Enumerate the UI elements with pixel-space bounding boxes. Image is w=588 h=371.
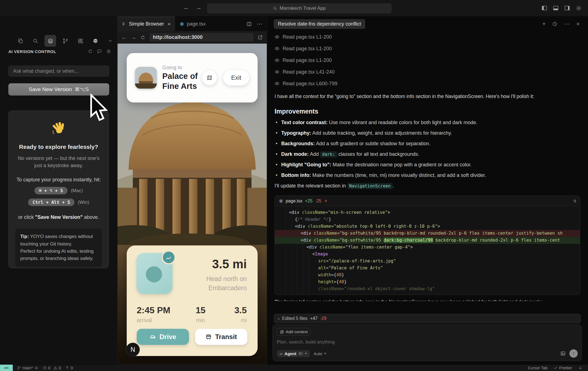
- code-line: <div className="bg-softwhite/95 backdrop…: [275, 230, 580, 237]
- chat-close-icon[interactable]: ×: [576, 21, 580, 27]
- nextjs-dev-badge[interactable]: N: [126, 343, 140, 357]
- code-line: <Image: [275, 251, 580, 258]
- browser-reload-icon[interactable]: [140, 35, 145, 40]
- list-item: Bottom info: Make the numbers (time, min…: [275, 172, 580, 178]
- assistant-intro: I have all the context for the "going to…: [275, 93, 580, 100]
- command-center-search[interactable]: Marrakech Travel App: [207, 3, 392, 13]
- code-line: height={48}: [275, 279, 580, 285]
- panel-settings-gear-icon[interactable]: [106, 49, 111, 54]
- direction-text: Head north on Embarcadero: [206, 274, 247, 293]
- chevron-right-icon: ›: [278, 316, 280, 322]
- read-item[interactable]: Read page.tsx L1-200: [275, 54, 580, 66]
- send-button[interactable]: ↑: [569, 349, 578, 358]
- read-item[interactable]: Read page.tsx L41-240: [275, 66, 580, 78]
- code-lines: <div className="min-h-screen relative">{…: [275, 206, 580, 295]
- refresh-icon[interactable]: [88, 49, 93, 54]
- history-back-button[interactable]: ←: [183, 4, 190, 11]
- toggle-panel-icon[interactable]: [552, 5, 559, 11]
- list-item: Text color contrast: Use more vibrant an…: [275, 120, 580, 126]
- url-input[interactable]: http://localhost:3000: [150, 33, 253, 42]
- chevron-down-icon: [305, 353, 307, 354]
- stat-arrival: 2:45 PM arrival: [137, 305, 170, 324]
- drive-button[interactable]: Drive: [137, 329, 189, 345]
- status-bar: >< main* 0 0 0 Cursor Tab Prettier: [0, 364, 588, 371]
- explorer-icon[interactable]: [14, 35, 26, 47]
- browser-globe-icon[interactable]: [89, 35, 101, 47]
- split-editor-icon[interactable]: [246, 21, 252, 27]
- tab-simple-browser[interactable]: Simple Browser ×: [118, 17, 175, 31]
- formatter-item[interactable]: Prettier: [554, 366, 572, 370]
- mac-shortcut-pill: ⌘ + ⌥ + S: [34, 187, 68, 194]
- win-label: (Win): [78, 200, 89, 205]
- edited-files-bar[interactable]: › Edited 5 files +47 -29: [274, 314, 581, 323]
- source-control-icon[interactable]: [59, 35, 71, 47]
- toggle-sidebar-icon[interactable]: [541, 5, 548, 11]
- code-close-icon[interactable]: ×: [325, 198, 327, 204]
- ports-item[interactable]: 0: [65, 366, 73, 370]
- browser-back-icon[interactable]: ←: [121, 34, 127, 41]
- model-selector[interactable]: Auto: [314, 351, 326, 356]
- git-branch-item[interactable]: main*: [17, 366, 38, 370]
- tab-close-icon[interactable]: ×: [168, 21, 171, 27]
- location-dot: [146, 266, 162, 282]
- diff-removed-count: -25: [315, 199, 322, 204]
- chat-title[interactable]: Resolve date-fns dependency conflict: [274, 19, 365, 29]
- chat-input-box[interactable]: @ Add context Plan, search, build anythi…: [273, 324, 582, 361]
- code-line: className="rounded-xl object-cover shado…: [275, 285, 580, 292]
- activity-bar: [14, 35, 116, 47]
- remote-indicator[interactable]: ><: [0, 365, 13, 371]
- browser-toolbar: ← → http://localhost:3000: [118, 31, 267, 44]
- yoyo-layers-icon[interactable]: [44, 35, 56, 47]
- chevron-down-icon[interactable]: [104, 35, 116, 47]
- ask-input[interactable]: [8, 66, 109, 77]
- exit-button[interactable]: Exit: [223, 70, 249, 86]
- history-icon[interactable]: [552, 21, 557, 27]
- infinity-icon: ∞: [280, 351, 283, 356]
- code-line: <div className="absolute top-0 left-0 ri…: [275, 223, 580, 230]
- edited-added-count: +47: [310, 316, 318, 321]
- problems-item[interactable]: 0 0: [43, 366, 61, 370]
- inline-code: dark:: [320, 151, 337, 157]
- new-chat-icon[interactable]: +: [542, 21, 546, 27]
- code-block-header[interactable]: page.tsx +25 -25 × ⇅: [275, 196, 580, 206]
- cursor-tab-item[interactable]: Cursor Tab: [528, 366, 548, 370]
- read-item[interactable]: Read page.tsx L600-799: [275, 78, 580, 89]
- read-item[interactable]: Read page.tsx L1-200: [275, 31, 580, 43]
- search-icon[interactable]: [29, 35, 41, 47]
- editor-more-actions-icon[interactable]: ⋯: [257, 21, 262, 27]
- agent-mode-selector[interactable]: ∞ Agent ⌘I: [277, 350, 310, 357]
- diff-added-count: +25: [305, 199, 312, 204]
- map-button[interactable]: [202, 70, 217, 85]
- code-expand-icon[interactable]: ⇅: [573, 199, 576, 203]
- attach-image-icon[interactable]: [560, 351, 566, 356]
- extensions-icon[interactable]: [74, 35, 86, 47]
- browser-forward-icon[interactable]: →: [131, 34, 136, 41]
- read-item[interactable]: Read page.tsx L1-200: [275, 43, 580, 54]
- open-external-icon[interactable]: [258, 35, 263, 40]
- inline-code: NavigationScreen: [347, 183, 393, 189]
- toggle-secondary-sidebar-icon[interactable]: [564, 5, 570, 11]
- update-line: I'll update the relevant section in Navi…: [275, 183, 580, 189]
- add-context-button[interactable]: @ Add context: [277, 328, 311, 335]
- read-list: Read page.tsx L1-200 Read page.tsx L1-20…: [275, 31, 580, 89]
- notifications-bell-icon[interactable]: [578, 366, 582, 370]
- list-item: Backgrounds: Add a soft gradient or subt…: [275, 141, 580, 147]
- chat-more-icon[interactable]: ⋯: [564, 21, 570, 27]
- warning-icon: [53, 366, 57, 370]
- code-line: {/* Header */}: [275, 216, 580, 223]
- going-to-label: Going to: [162, 64, 198, 71]
- welcome-card: Ready to explore fearlessly? No versions…: [8, 111, 109, 268]
- or-click-text: or click "Save New Version" above.: [15, 214, 102, 220]
- chevron-down-icon: [324, 353, 326, 354]
- settings-gear-icon[interactable]: [575, 5, 582, 11]
- transit-button[interactable]: Transit: [195, 329, 247, 345]
- comment-icon[interactable]: [97, 49, 102, 54]
- history-forward-button[interactable]: →: [196, 4, 202, 11]
- improvements-heading: Improvements: [275, 108, 580, 115]
- tab-page-tsx[interactable]: page.tsx: [175, 17, 210, 31]
- list-item: Dark mode: Add dark: classes for all tex…: [275, 151, 580, 157]
- code-diff-block: page.tsx +25 -25 × ⇅ <div className="min…: [275, 195, 580, 295]
- tab-bar: Simple Browser × page.tsx ⋯: [118, 17, 267, 31]
- destination-name: Palace of Fine Arts: [162, 71, 198, 91]
- tip-box: Tip: YOYO saves changes without touching…: [15, 229, 102, 267]
